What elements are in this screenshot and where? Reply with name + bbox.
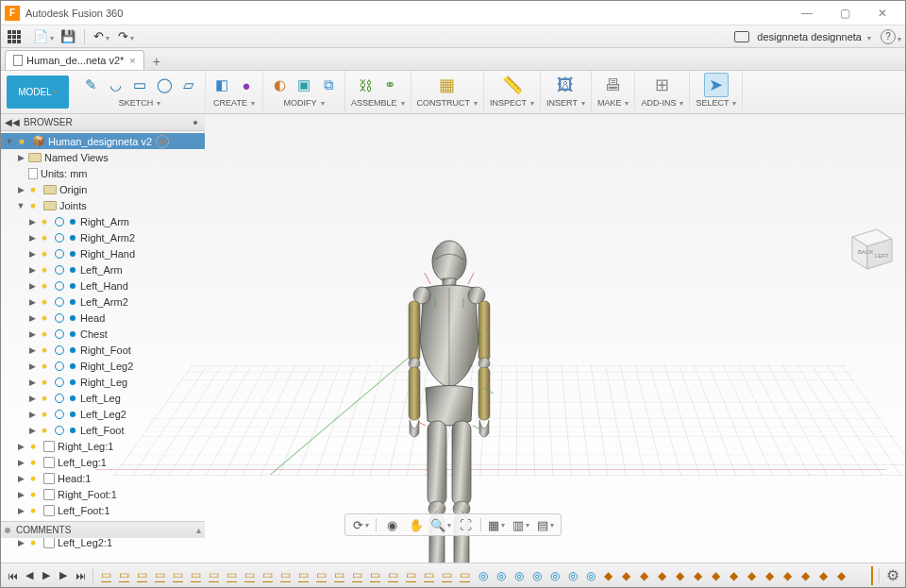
sphere-icon[interactable]: ● (236, 75, 257, 95)
tree-component-head-1[interactable]: Head:1 (1, 470, 205, 486)
history-sketch-icon[interactable] (457, 567, 473, 583)
visibility-bulb-icon[interactable] (39, 264, 50, 276)
history-sketch-icon[interactable] (277, 567, 294, 583)
expand-icon[interactable] (16, 442, 25, 451)
document-tab[interactable]: Human_de...neta v2* × (5, 50, 144, 70)
tree-joint-right_leg2[interactable]: Right_Leg2 (1, 358, 205, 374)
timeline-next-button[interactable]: ▶ (56, 567, 71, 584)
visibility-bulb-icon[interactable] (39, 377, 50, 388)
tree-joint-left_hand[interactable]: Left_Hand (1, 277, 205, 294)
expand-icon[interactable] (27, 426, 37, 435)
visibility-bulb-icon[interactable] (27, 473, 39, 484)
history-sketch-icon[interactable] (313, 567, 329, 583)
history-sketch-icon[interactable] (206, 567, 222, 583)
collapse-icon[interactable]: ◀◀ (5, 117, 20, 127)
browser-header[interactable]: ◀◀ BROWSER (1, 114, 205, 131)
circle-icon[interactable]: ◯ (154, 75, 175, 95)
timeline-marker[interactable] (871, 566, 873, 585)
history-sketch-icon[interactable] (188, 567, 204, 583)
measure-icon[interactable]: 📏 (500, 73, 525, 97)
ribbon-label-assemble[interactable]: ASSEMBLE (351, 98, 405, 108)
tree-joint-left_foot[interactable]: Left_Foot (1, 422, 205, 438)
tree-joint-right_arm[interactable]: Right_Arm (1, 213, 205, 229)
contact-icon[interactable]: ⚭ (379, 75, 400, 95)
expand-icon[interactable] (27, 233, 37, 243)
visibility-bulb-icon[interactable] (39, 361, 50, 372)
expand-icon[interactable] (27, 313, 37, 323)
history-sketch-icon[interactable] (403, 567, 419, 583)
redo-button[interactable]: ↷ (114, 27, 137, 46)
view-cube[interactable]: BACK LEFT (841, 216, 888, 263)
history-joint-icon[interactable] (493, 567, 509, 583)
history-feature-icon[interactable] (762, 567, 778, 583)
history-sketch-icon[interactable] (224, 567, 240, 583)
history-feature-icon[interactable] (690, 567, 706, 583)
tree-item-named-views[interactable]: Named Views (1, 149, 205, 165)
history-feature-icon[interactable] (815, 567, 831, 583)
history-feature-icon[interactable] (744, 567, 760, 583)
tree-joint-right_leg[interactable]: Right_Leg (1, 374, 205, 390)
visibility-bulb-icon[interactable] (16, 136, 27, 147)
visibility-bulb-icon[interactable] (27, 537, 39, 548)
window-maximize-button[interactable]: ▢ (826, 2, 864, 25)
expand-icon[interactable] (16, 490, 25, 499)
history-joint-icon[interactable] (582, 567, 598, 583)
plane-icon[interactable]: ▱ (178, 75, 199, 95)
history-joint-icon[interactable] (528, 567, 545, 583)
activate-radio[interactable] (156, 135, 169, 148)
tree-joint-right_arm2[interactable]: Right_Arm2 (1, 229, 205, 245)
expand-icon[interactable] (27, 329, 37, 339)
expand-icon[interactable] (16, 185, 25, 194)
expand-icon[interactable] (27, 361, 37, 371)
tree-component-right-leg-1[interactable]: Right_Leg:1 (1, 438, 205, 454)
history-sketch-icon[interactable] (439, 567, 455, 583)
ribbon-label-select[interactable]: SELECT (696, 98, 736, 108)
ribbon-label-construct[interactable]: CONSTRUCT (417, 98, 478, 108)
history-sketch-icon[interactable] (242, 567, 258, 583)
expand-icon[interactable] (16, 458, 25, 467)
expand-icon[interactable] (27, 217, 37, 227)
expand-icon[interactable] (27, 297, 37, 307)
history-feature-icon[interactable] (636, 567, 652, 583)
tree-joint-chest[interactable]: Chest (1, 326, 205, 342)
history-sketch-icon[interactable] (421, 567, 437, 583)
expand-icon[interactable] (16, 538, 25, 547)
tree-component-right-foot-1[interactable]: Right_Foot:1 (1, 486, 205, 502)
visibility-bulb-icon[interactable] (27, 184, 39, 195)
display-settings-button[interactable]: ▦ (487, 516, 506, 533)
tree-root[interactable]: 📦Human_designneta v2 (1, 133, 205, 149)
history-feature-icon[interactable] (600, 567, 616, 583)
history-joint-icon[interactable] (564, 567, 580, 583)
visibility-bulb-icon[interactable] (39, 328, 50, 340)
file-save-button[interactable]: 💾 (57, 27, 79, 46)
browser-options-icon[interactable] (193, 121, 197, 125)
history-feature-icon[interactable] (833, 567, 849, 583)
ribbon-label-addins[interactable]: ADD-INS (641, 98, 683, 108)
history-feature-icon[interactable] (672, 567, 688, 583)
expand-icon[interactable] (27, 265, 37, 275)
history-sketch-icon[interactable] (152, 567, 168, 583)
zoom-button[interactable]: 🔍 (431, 516, 450, 533)
visibility-bulb-icon[interactable] (27, 457, 39, 468)
visibility-bulb-icon[interactable] (27, 489, 39, 500)
visibility-bulb-icon[interactable] (39, 232, 50, 244)
timeline-last-button[interactable]: ⏭ (73, 567, 88, 584)
history-sketch-icon[interactable] (331, 567, 347, 583)
addin-icon[interactable]: ⊞ (650, 73, 675, 97)
visibility-bulb-icon[interactable] (27, 200, 39, 211)
rect-icon[interactable]: ▭ (129, 75, 150, 95)
joint-icon[interactable]: ⛓ (355, 75, 376, 95)
print-icon[interactable]: 🖶 (601, 73, 626, 97)
history-joint-icon[interactable] (546, 567, 562, 583)
orbit-button[interactable]: ⟳ (351, 516, 370, 533)
timeline-first-button[interactable]: ⏮ (5, 567, 20, 584)
fit-button[interactable]: ⛶ (456, 516, 475, 533)
tree-item-origin[interactable]: Origin (1, 181, 205, 197)
tree-joint-left_leg[interactable]: Left_Leg (1, 390, 205, 406)
expand-icon[interactable] (16, 201, 25, 210)
history-sketch-icon[interactable] (367, 567, 383, 583)
timeline-history-strip[interactable] (98, 567, 868, 583)
visibility-bulb-icon[interactable] (39, 296, 50, 308)
history-feature-icon[interactable] (654, 567, 670, 583)
window-minimize-button[interactable]: — (788, 2, 826, 25)
